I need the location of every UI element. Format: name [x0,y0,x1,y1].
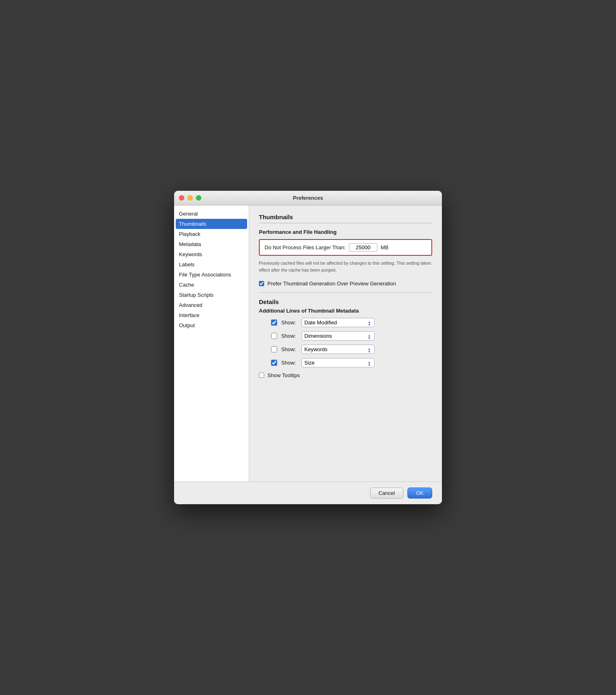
section-divider [259,223,432,223]
metadata-label: Additional Lines of Thumbnail Metadata [259,308,432,314]
show-label-3: Show: [281,346,297,352]
sidebar-item-interface[interactable]: Interface [174,310,249,320]
show-select-1[interactable]: Date Modified Dimensions Keywords Size C… [302,318,375,327]
show-checkbox-2[interactable] [271,333,277,339]
title-bar: Preferences [174,191,442,205]
sidebar-item-keywords[interactable]: Keywords [174,249,249,259]
minimize-button[interactable] [187,195,193,201]
file-size-box: Do Not Process Files Larger Than: MB [259,239,432,256]
sidebar-item-cache[interactable]: Cache [174,280,249,290]
sidebar-item-labels[interactable]: Labels [174,259,249,270]
sidebar-item-playback[interactable]: Playback [174,229,249,239]
file-size-unit: MB [381,244,389,250]
metadata-row-3: Show: Date Modified Dimensions Keywords … [271,345,432,354]
show-select-2[interactable]: Date Modified Dimensions Keywords Size C… [302,331,375,341]
maximize-button[interactable] [196,195,201,201]
metadata-row-1: Show: Date Modified Dimensions Keywords … [271,318,432,327]
show-label-2: Show: [281,333,297,339]
sidebar-item-thumbnails[interactable]: Thumbnails [176,219,247,229]
show-tooltips-label: Show Tooltips [267,372,300,378]
sidebar-item-output[interactable]: Output [174,320,249,330]
preferences-window: Preferences General Thumbnails Playback … [174,191,442,504]
close-button[interactable] [179,195,184,201]
performance-section-title: Performance and File Handling [259,229,432,235]
prefer-thumbnail-row: Prefer Thumbnail Generation Over Preview… [259,281,432,287]
show-checkbox-3[interactable] [271,346,277,352]
ok-button[interactable]: OK [407,488,432,499]
sidebar: General Thumbnails Playback Metadata Key… [174,205,249,481]
details-title: Details [259,298,432,305]
metadata-row-2: Show: Date Modified Dimensions Keywords … [271,331,432,341]
file-size-input[interactable] [349,243,377,252]
window-title: Preferences [293,195,323,201]
content-area: General Thumbnails Playback Metadata Key… [174,205,442,481]
show-label-4: Show: [281,360,297,366]
sidebar-item-startup-scripts[interactable]: Startup Scripts [174,290,249,300]
prefer-thumbnail-checkbox[interactable] [259,281,264,286]
sidebar-item-general[interactable]: General [174,209,249,219]
footer: Cancel OK [174,481,442,504]
tooltips-row: Show Tooltips [259,372,432,378]
show-checkbox-1[interactable] [271,319,277,326]
metadata-row-4: Show: Date Modified Dimensions Keywords … [271,358,432,367]
cancel-button[interactable]: Cancel [370,488,403,499]
show-checkbox-4[interactable] [271,360,277,366]
sidebar-item-metadata[interactable]: Metadata [174,239,249,249]
show-select-3[interactable]: Date Modified Dimensions Keywords Size C… [302,345,375,354]
show-select-4[interactable]: Date Modified Dimensions Keywords Size C… [302,358,375,367]
hint-text: Previously cached files will not be affe… [259,260,432,273]
file-size-label: Do Not Process Files Larger Than: [265,244,346,250]
show-tooltips-checkbox[interactable] [259,373,264,378]
main-panel: Thumbnails Performance and File Handling… [249,205,442,481]
details-section: Details Additional Lines of Thumbnail Me… [259,298,432,378]
prefer-thumbnail-label: Prefer Thumbnail Generation Over Preview… [267,281,396,287]
details-divider [259,292,432,293]
section-title: Thumbnails [259,214,432,220]
traffic-lights [179,195,201,201]
sidebar-item-advanced[interactable]: Advanced [174,300,249,310]
show-label-1: Show: [281,319,297,326]
sidebar-item-file-type-associations[interactable]: File Type Associations [174,270,249,280]
